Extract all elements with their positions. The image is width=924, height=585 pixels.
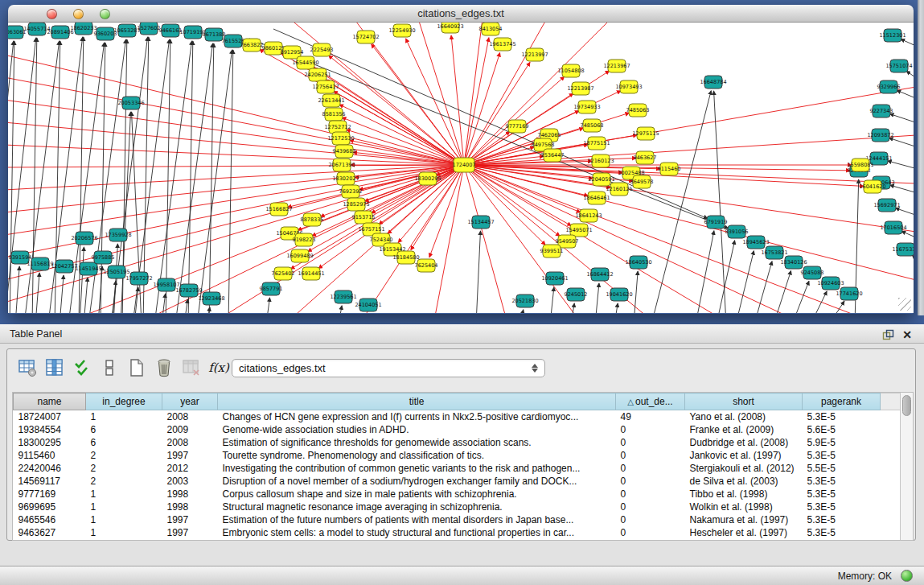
graph-node[interactable]: 9439683	[333, 145, 356, 158]
table-cell[interactable]: 22420046	[14, 462, 86, 475]
table-cell[interactable]: Embryonic stem cells: a model to study s…	[218, 526, 616, 539]
graph-node[interactable]: 8391056	[725, 225, 749, 238]
table-row[interactable]: 2242004622012Investigating the contribut…	[14, 462, 901, 475]
graph-node[interactable]: 7663822	[240, 39, 264, 51]
table-cell[interactable]: 14569117	[14, 475, 86, 488]
graph-node[interactable]: 7625402	[272, 267, 295, 280]
table-cell[interactable]: 6	[86, 436, 162, 449]
graph-node[interactable]: 12213967	[603, 60, 630, 72]
table-cell[interactable]: 1	[86, 513, 162, 526]
graph-node[interactable]: 18646461	[583, 192, 610, 204]
graph-node[interactable]: 18775151	[583, 137, 610, 150]
graph-node[interactable]: 9198223	[293, 233, 316, 246]
table-cell[interactable]: 0	[616, 436, 685, 449]
table-cell[interactable]: 5.5E-5	[803, 462, 881, 475]
graph-hub-node[interactable]: 1724007	[453, 158, 476, 172]
table-cell[interactable]: 1	[86, 526, 162, 539]
graph-node[interactable]: 16640923	[437, 23, 463, 33]
graph-node[interactable]: 16099489	[286, 249, 313, 262]
table-cell[interactable]: Wolkin et al. (1998)	[685, 501, 803, 513]
graph-node[interactable]: 12093872	[867, 129, 893, 142]
function-builder-icon[interactable]: f(x)	[207, 356, 231, 380]
table-cell[interactable]: 2008	[162, 410, 218, 423]
graph-node[interactable]: 9466161	[159, 24, 183, 37]
close-panel-icon[interactable]: ✕	[900, 328, 914, 342]
graph-node[interactable]: 20206576	[71, 232, 97, 245]
graph-node[interactable]: 11054808	[557, 64, 584, 77]
graph-node[interactable]: 15724702	[352, 31, 379, 43]
graph-node[interactable]: 9329966	[877, 80, 901, 93]
graph-node[interactable]: 9857791	[260, 282, 283, 295]
table-cell[interactable]: 18724007	[14, 410, 86, 423]
graph-node[interactable]: 12923468	[198, 292, 224, 305]
graph-node[interactable]: 9245088	[801, 266, 824, 279]
graph-node[interactable]: 24206251	[304, 68, 331, 81]
table-cell[interactable]: 6	[86, 423, 162, 436]
table-cell[interactable]	[881, 436, 901, 449]
table-cell[interactable]: 0	[616, 501, 685, 513]
graph-node[interactable]: 12213987	[567, 82, 593, 95]
graph-node[interactable]: 9245012	[565, 288, 588, 301]
graph-node[interactable]: 12213997	[521, 48, 548, 61]
table-cell[interactable]: 1	[86, 410, 162, 423]
graph-node[interactable]: 12975115	[632, 127, 659, 140]
table-cell[interactable]: 5.9E-5	[803, 436, 881, 449]
graph-node[interactable]: 20671390	[328, 159, 355, 171]
minimize-window-button[interactable]	[73, 9, 84, 19]
table-cell[interactable]: Yano et al. (2008)	[685, 410, 803, 423]
table-cell[interactable]: de Silva et al. (2003)	[685, 475, 803, 488]
create-column-icon[interactable]	[125, 356, 149, 380]
table-cell[interactable]: Nakamura et al. (1997)	[685, 513, 803, 526]
show-columns-icon[interactable]	[43, 356, 67, 380]
graph-node[interactable]: 7692392	[339, 185, 363, 198]
close-window-button[interactable]	[47, 9, 57, 19]
table-cell[interactable]: 2	[86, 475, 162, 488]
column-header-in_degree[interactable]: in_degree	[86, 393, 162, 410]
table-row[interactable]: 946362711997Embryonic stem cells: a mode…	[14, 526, 901, 539]
table-cell[interactable]: 19384554	[14, 423, 86, 436]
table-cell[interactable]: Corpus callosum shape and size in male p…	[218, 488, 616, 501]
table-cell[interactable]: Estimation of the future numbers of pati…	[218, 513, 616, 526]
table-select[interactable]: citations_edges.txt	[232, 359, 545, 377]
graph-node[interactable]: 16914451	[298, 267, 324, 280]
table-cell[interactable]: 49	[616, 410, 685, 423]
graph-node[interactable]: 9227343	[870, 105, 893, 117]
table-cell[interactable]	[881, 501, 901, 513]
graph-node[interactable]: 12042757	[51, 260, 77, 273]
table-cell[interactable]: 2008	[162, 436, 218, 449]
table-cell[interactable]: Disruption of a novel member of a sodium…	[218, 475, 616, 488]
table-mode-icon[interactable]	[15, 356, 39, 380]
table-cell[interactable]	[881, 449, 901, 462]
float-panel-icon[interactable]	[881, 328, 895, 342]
table-cell[interactable]: 5.6E-5	[803, 423, 881, 436]
graph-node[interactable]: 17016504	[880, 221, 906, 234]
graph-node[interactable]: 15692971	[873, 199, 900, 212]
table-cell[interactable]: 1997	[162, 513, 218, 526]
graph-node[interactable]: 20053346	[117, 97, 144, 109]
table-cell[interactable]: 0	[616, 513, 685, 526]
graph-node[interactable]: 7485063	[626, 104, 650, 117]
graph-node[interactable]: 8413054	[479, 23, 503, 35]
table-cell[interactable]: 9777169	[14, 488, 86, 501]
table-cell[interactable]: Dudbridge et al. (2008)	[685, 436, 803, 449]
graph-node[interactable]: 12239561	[330, 290, 356, 303]
graph-node[interactable]: 7485068	[581, 119, 604, 132]
table-cell[interactable]: 2003	[162, 475, 218, 488]
delete-columns-icon[interactable]	[152, 356, 176, 380]
graph-node[interactable]: 24104051	[355, 299, 381, 311]
table-cell[interactable]	[881, 423, 901, 436]
graph-node[interactable]: 9399511	[540, 245, 564, 257]
table-cell[interactable]	[881, 526, 901, 539]
table-cell[interactable]	[881, 513, 901, 526]
table-cell[interactable]: 1	[86, 501, 162, 513]
table-cell[interactable]: 5.3E-5	[803, 449, 881, 462]
deselect-all-icon[interactable]	[97, 356, 121, 380]
graph-node[interactable]: 1527602	[138, 23, 161, 35]
network-window-titlebar[interactable]: citations_edges.txt	[8, 5, 914, 23]
graph-node[interactable]: 18640530	[625, 256, 651, 269]
table-row[interactable]: 1830029562008Estimation of significance …	[14, 436, 901, 449]
graph-node[interactable]: 16648784	[700, 76, 726, 89]
graph-node[interactable]: 12756417	[312, 80, 339, 93]
table-cell[interactable]: 0	[616, 488, 685, 501]
table-cell[interactable]: 0	[616, 475, 685, 488]
